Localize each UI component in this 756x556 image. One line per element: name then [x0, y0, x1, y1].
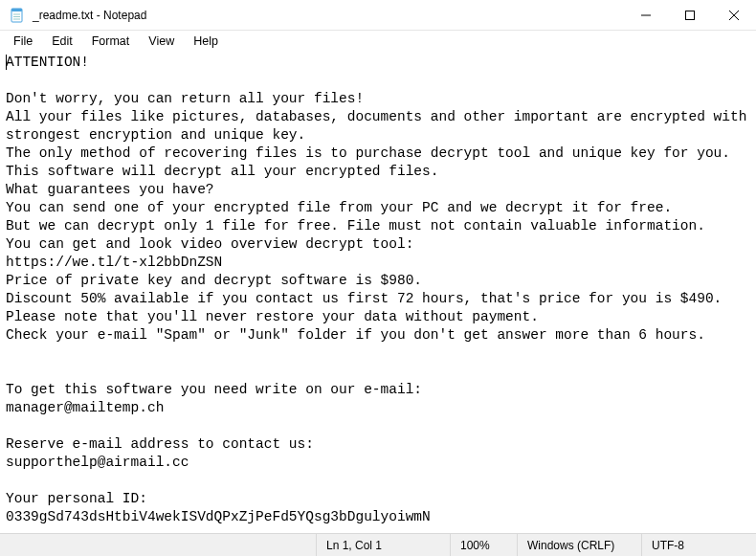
menu-edit[interactable]: Edit [42, 33, 82, 50]
status-spacer [0, 534, 316, 556]
status-line-ending: Windows (CRLF) [517, 534, 641, 556]
close-button[interactable] [712, 0, 756, 30]
menu-help[interactable]: Help [184, 33, 228, 50]
window-title: _readme.txt - Notepad [33, 9, 624, 22]
svg-rect-6 [686, 11, 695, 19]
minimize-button[interactable] [624, 0, 668, 30]
menu-file[interactable]: File [4, 33, 42, 50]
text-area[interactable]: ATTENTION! Don't worry, you can return a… [0, 52, 756, 533]
maximize-button[interactable] [668, 0, 712, 30]
menu-view[interactable]: View [139, 33, 184, 50]
menu-format[interactable]: Format [82, 33, 140, 50]
status-zoom: 100% [450, 534, 517, 556]
notepad-icon [10, 8, 25, 23]
status-encoding: UTF-8 [641, 534, 756, 556]
status-position: Ln 1, Col 1 [316, 534, 450, 556]
window-controls [624, 0, 756, 30]
title-bar: _readme.txt - Notepad [0, 0, 756, 31]
status-bar: Ln 1, Col 1 100% Windows (CRLF) UTF-8 [0, 533, 756, 556]
menu-bar: File Edit Format View Help [0, 31, 756, 52]
text-content: ATTENTION! Don't worry, you can return a… [6, 55, 755, 524]
svg-rect-1 [11, 9, 22, 11]
